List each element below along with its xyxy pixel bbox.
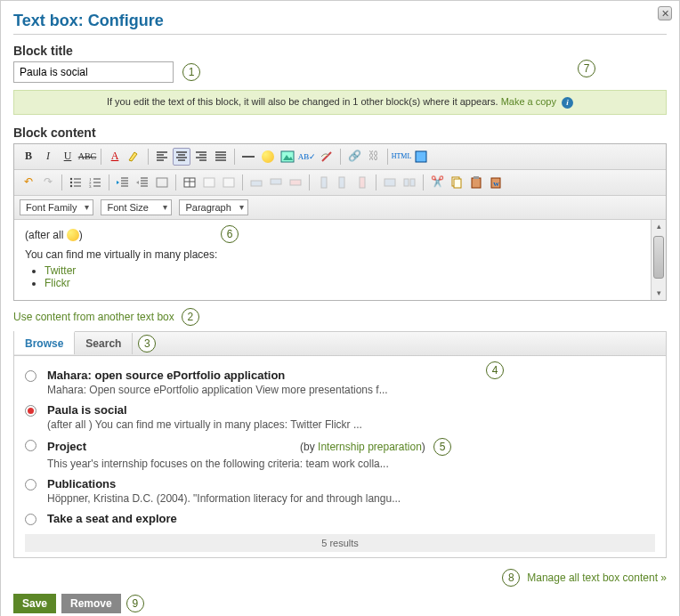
bullet-list-icon[interactable] bbox=[67, 174, 85, 191]
col-after-icon[interactable] bbox=[334, 174, 352, 191]
block-content-label: Block content bbox=[13, 126, 667, 140]
radio-icon[interactable] bbox=[25, 514, 36, 525]
svg-rect-22 bbox=[385, 179, 395, 186]
radio-icon[interactable] bbox=[25, 440, 36, 451]
editor-line2: You can find me virtually in many places… bbox=[25, 248, 640, 261]
font-family-select[interactable]: Font Family bbox=[20, 199, 93, 215]
align-justify-icon[interactable] bbox=[212, 148, 230, 166]
result-title: Paula is social bbox=[47, 403, 655, 417]
editor-content-area[interactable]: (after all ) You can find me virtually i… bbox=[14, 220, 651, 300]
manage-content-link[interactable]: Manage all text box content » bbox=[527, 571, 667, 584]
tab-browse[interactable]: Browse bbox=[14, 331, 75, 354]
row-after-icon[interactable] bbox=[267, 174, 285, 191]
svg-text:3: 3 bbox=[89, 184, 92, 189]
svg-point-6 bbox=[70, 184, 72, 186]
table-insert-icon[interactable] bbox=[181, 174, 198, 191]
image-icon[interactable] bbox=[279, 148, 296, 166]
editor-toolbar-2: ↶ ↷ 123 ✂️ bbox=[14, 170, 666, 196]
save-button[interactable]: Save bbox=[13, 594, 56, 613]
result-row[interactable]: Mahara: open source ePortfolio applicati… bbox=[25, 365, 655, 400]
row-delete-icon[interactable] bbox=[287, 174, 304, 191]
font-size-select[interactable]: Font Size bbox=[101, 199, 172, 215]
svg-rect-15 bbox=[223, 178, 234, 187]
merge-icon[interactable] bbox=[381, 174, 399, 191]
editor-link-twitter[interactable]: Twitter bbox=[45, 264, 76, 277]
emoticon-icon[interactable] bbox=[259, 148, 277, 166]
by-link[interactable]: Internship preparation bbox=[318, 441, 422, 453]
align-center-icon[interactable] bbox=[173, 148, 190, 166]
callout-6: 6 bbox=[221, 225, 239, 243]
paste-icon[interactable] bbox=[467, 174, 485, 191]
italic-icon[interactable]: I bbox=[39, 148, 57, 166]
html-icon[interactable]: HTML bbox=[393, 148, 410, 166]
result-desc: This year's internship focuses on the fo… bbox=[47, 458, 655, 470]
align-left-icon[interactable] bbox=[153, 148, 171, 166]
result-row[interactable]: Paula is social (after all ) You can fin… bbox=[25, 400, 655, 434]
radio-icon[interactable] bbox=[25, 370, 36, 382]
blockquote-icon[interactable] bbox=[153, 174, 171, 191]
radio-icon[interactable] bbox=[25, 479, 36, 490]
info-icon[interactable]: i bbox=[562, 97, 573, 109]
close-button[interactable]: ✕ bbox=[658, 6, 672, 20]
result-desc: (after all ) You can find me virtually i… bbox=[47, 418, 655, 431]
svg-rect-16 bbox=[251, 181, 262, 186]
radio-icon[interactable] bbox=[25, 405, 36, 417]
editor-link-flickr[interactable]: Flickr bbox=[45, 277, 70, 289]
editor-scrollbar[interactable]: ▴ ▾ bbox=[651, 220, 666, 300]
underline-icon[interactable]: U bbox=[59, 148, 77, 166]
results-count: 5 results bbox=[25, 534, 655, 552]
result-row[interactable]: Take a seat and explore bbox=[25, 508, 655, 529]
undo-icon[interactable]: ↶ bbox=[20, 174, 37, 191]
bold-icon[interactable]: B bbox=[20, 148, 37, 166]
col-delete-icon[interactable] bbox=[353, 174, 371, 191]
svg-rect-27 bbox=[472, 178, 481, 188]
svg-rect-18 bbox=[290, 180, 301, 185]
row-before-icon[interactable] bbox=[247, 174, 265, 191]
table-col-icon[interactable] bbox=[220, 174, 238, 191]
content-tabs: Browse Search 3 bbox=[13, 331, 667, 355]
svg-rect-17 bbox=[271, 179, 281, 184]
highlight-icon[interactable] bbox=[125, 148, 143, 166]
block-title-label: Block title bbox=[13, 44, 667, 58]
svg-rect-20 bbox=[339, 177, 344, 188]
block-title-input[interactable] bbox=[13, 61, 174, 83]
callout-2: 2 bbox=[182, 308, 199, 326]
result-desc: Mahara: Open source ePortfolio applicati… bbox=[47, 384, 655, 396]
unlink-icon[interactable]: ⛓ bbox=[365, 148, 383, 166]
svg-rect-28 bbox=[474, 176, 479, 179]
strikethrough-icon[interactable]: ABC bbox=[78, 148, 96, 166]
result-row[interactable]: Publications Höppner, Kristina D.C. (200… bbox=[25, 474, 655, 508]
tab-search[interactable]: Search bbox=[75, 333, 133, 354]
paste-word-icon[interactable]: W bbox=[487, 174, 505, 191]
callout-1: 1 bbox=[182, 63, 200, 81]
clear-format-icon[interactable] bbox=[318, 148, 336, 166]
number-list-icon[interactable]: 123 bbox=[86, 174, 104, 191]
use-other-textbox-link[interactable]: Use content from another text box bbox=[13, 311, 174, 323]
link-icon[interactable]: 🔗 bbox=[345, 148, 363, 166]
copy-icon[interactable] bbox=[448, 174, 465, 191]
cut-icon[interactable]: ✂️ bbox=[428, 174, 446, 191]
redo-icon[interactable]: ↷ bbox=[39, 174, 57, 191]
result-title: Mahara: open source ePortfolio applicati… bbox=[47, 369, 655, 382]
svg-rect-14 bbox=[204, 178, 215, 187]
callout-5: 5 bbox=[433, 438, 451, 456]
result-row[interactable]: Project (by Internship preparation) 5 Th… bbox=[25, 434, 655, 474]
spellcheck-icon[interactable]: AB✓ bbox=[298, 148, 316, 166]
format-select[interactable]: Paragraph bbox=[179, 199, 247, 215]
svg-rect-24 bbox=[410, 179, 415, 186]
col-before-icon[interactable] bbox=[314, 174, 332, 191]
svg-rect-21 bbox=[360, 177, 365, 188]
callout-7: 7 bbox=[578, 60, 595, 77]
text-color-icon[interactable]: A bbox=[106, 148, 124, 166]
make-copy-link[interactable]: Make a copy bbox=[501, 96, 556, 107]
hr-icon[interactable] bbox=[239, 148, 257, 166]
outdent-icon[interactable] bbox=[114, 174, 132, 191]
fullscreen-icon[interactable] bbox=[412, 148, 430, 166]
svg-marker-11 bbox=[136, 181, 139, 184]
table-row-icon[interactable] bbox=[200, 174, 218, 191]
indent-icon[interactable] bbox=[134, 174, 151, 191]
remove-button[interactable]: Remove bbox=[61, 594, 121, 613]
svg-rect-26 bbox=[454, 179, 461, 188]
split-icon[interactable] bbox=[401, 174, 418, 191]
align-right-icon[interactable] bbox=[192, 148, 210, 166]
